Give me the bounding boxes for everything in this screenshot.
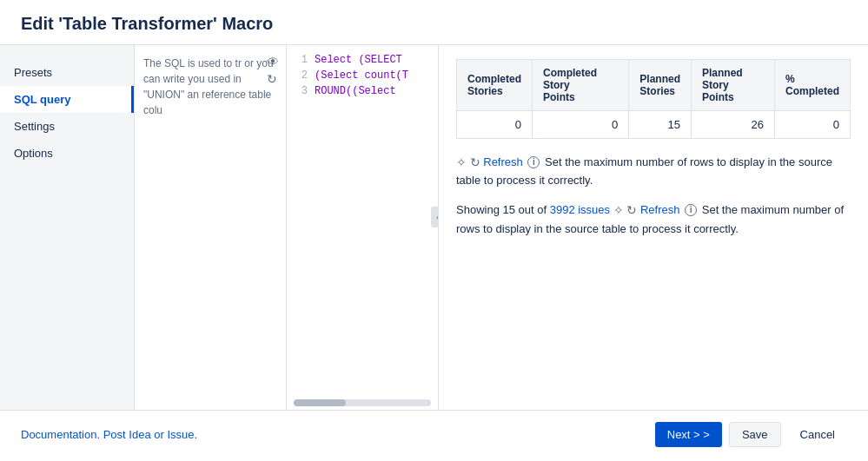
sidebar: Presets SQL query Settings Options	[0, 45, 135, 410]
cell-pct-completed: 0	[774, 111, 850, 139]
col-completed-points: Completed StoryPoints	[533, 60, 629, 111]
line-number: 3	[294, 85, 308, 97]
desc-icons: 👁 ↻	[267, 56, 279, 85]
post-idea-link[interactable]: Post Idea or Issue.	[103, 428, 197, 441]
code-scrollbar[interactable]	[294, 399, 431, 406]
col-completed-stories: CompletedStories	[457, 60, 533, 111]
sidebar-item-options[interactable]: Options	[0, 140, 134, 167]
info-row-2: Showing 15 out of 3992 issues ✧ ↻ Refres…	[456, 201, 851, 238]
info-row-1: ✧ ↻ Refresh i Set the maximum number of …	[456, 153, 851, 190]
collapse-handle[interactable]: ‹	[431, 207, 439, 227]
code-line: 3ROUND((Select	[287, 83, 438, 99]
code-editor[interactable]: 1Select (SELECT2(Select count(T3ROUND((S…	[287, 45, 439, 410]
cell-planned-points: 26	[692, 111, 775, 139]
table-body: 0 0 15 26 0	[457, 111, 851, 139]
footer-left: Documentation. Post Idea or Issue.	[21, 428, 197, 441]
line-number: 1	[294, 54, 308, 66]
col-planned-stories: PlannedStories	[629, 60, 692, 111]
cell-planned-stories: 15	[629, 111, 692, 139]
modal-footer: Documentation. Post Idea or Issue. Next …	[0, 410, 868, 458]
sidebar-item-settings[interactable]: Settings	[0, 113, 134, 140]
next-button[interactable]: Next > >	[655, 422, 722, 447]
table-header-row: CompletedStories Completed StoryPoints P…	[457, 60, 851, 111]
refresh-link-2[interactable]: Refresh	[640, 203, 680, 216]
footer-right: Next > > Save Cancel	[655, 422, 847, 447]
line-number: 2	[294, 69, 308, 82]
save-button[interactable]: Save	[729, 422, 781, 447]
line-code: ROUND((Select	[315, 85, 396, 97]
info-icon-1: i	[527, 156, 540, 168]
cancel-button[interactable]: Cancel	[788, 422, 847, 447]
col-planned-points: Planned StoryPoints	[692, 60, 775, 111]
description-panel: The SQL is used to tr or you can write y…	[135, 45, 287, 410]
refresh-spin-icon-1: ↻	[470, 153, 480, 172]
scroll-thumb[interactable]	[294, 399, 346, 406]
data-table: CompletedStories Completed StoryPoints P…	[456, 59, 851, 139]
modal-title: Edit 'Table Transformer' Macro	[21, 14, 847, 34]
spin-icon-2: ✧	[613, 201, 624, 220]
visibility-icon[interactable]: 👁	[267, 56, 279, 68]
code-line: 2(Select count(T	[287, 68, 438, 83]
modal-body: Presets SQL query Settings Options The S…	[0, 45, 868, 410]
issues-count-link[interactable]: 3992 issues	[550, 203, 610, 216]
refresh-link-1[interactable]: Refresh	[483, 155, 523, 168]
table-row: 0 0 15 26 0	[457, 111, 851, 139]
refresh-spin-icon-2: ↻	[626, 201, 637, 220]
sidebar-item-presets[interactable]: Presets	[0, 59, 134, 86]
cell-completed-points: 0	[533, 111, 629, 139]
line-code: (Select count(T	[315, 69, 408, 82]
sidebar-item-sql-query[interactable]: SQL query	[0, 86, 134, 113]
col-pct-completed: %Completed	[774, 60, 850, 111]
showing-text: Showing 15 out of	[456, 203, 547, 216]
modal-header: Edit 'Table Transformer' Macro	[0, 0, 868, 45]
documentation-link[interactable]: Documentation.	[21, 428, 100, 441]
spin-icon-1: ✧	[456, 153, 467, 172]
refresh-icon[interactable]: ↻	[267, 73, 279, 85]
description-text: The SQL is used to tr or you can write y…	[143, 56, 277, 118]
code-line: 1Select (SELECT	[287, 52, 438, 68]
line-code: Select (SELECT	[315, 54, 402, 66]
cell-completed-stories: 0	[457, 111, 533, 139]
info-icon-2: i	[685, 204, 697, 216]
code-lines: 1Select (SELECT2(Select count(T3ROUND((S…	[287, 52, 438, 99]
main-content: CompletedStories Completed StoryPoints P…	[439, 45, 868, 410]
